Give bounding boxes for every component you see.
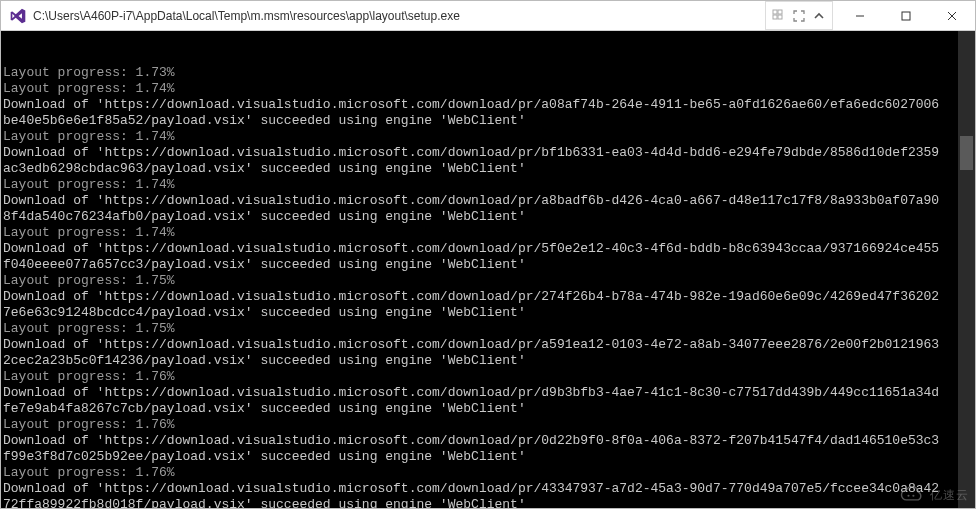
progress-line: Layout progress: 1.74% <box>3 129 975 145</box>
download-line: fe7e9ab4fa8267c7cb/payload.vsix' succeed… <box>3 401 975 417</box>
download-line: f99e3f8d7c025b92ee/payload.vsix' succeed… <box>3 449 975 465</box>
progress-line: Layout progress: 1.73% <box>3 65 975 81</box>
progress-line: Layout progress: 1.75% <box>3 273 975 289</box>
expand-icon[interactable] <box>790 7 808 25</box>
progress-line: Layout progress: 1.74% <box>3 81 975 97</box>
download-line: Download of 'https://download.visualstud… <box>3 433 975 449</box>
svg-point-7 <box>912 495 914 497</box>
svg-rect-5 <box>902 12 910 20</box>
svg-rect-0 <box>773 10 777 14</box>
download-line: f040eeee077a657cc3/payload.vsix' succeed… <box>3 257 975 273</box>
cloud-icon <box>898 486 926 504</box>
titlebar[interactable]: C:\Users\A460P-i7\AppData\Local\Temp\m.m… <box>1 1 975 31</box>
window-controls <box>837 1 975 30</box>
progress-line: Layout progress: 1.76% <box>3 465 975 481</box>
watermark-text: 亿速云 <box>930 487 969 504</box>
close-button[interactable] <box>929 1 975 30</box>
svg-rect-3 <box>778 15 782 19</box>
download-line: 7e6e63c91248bcdcc4/payload.vsix' succeed… <box>3 305 975 321</box>
download-line: Download of 'https://download.visualstud… <box>3 97 975 113</box>
toolbar-extra <box>765 1 833 30</box>
scrollbar-thumb[interactable] <box>960 136 973 170</box>
download-line: 72ffa89922fb8d018f/payload.vsix' succeed… <box>3 497 975 508</box>
maximize-button[interactable] <box>883 1 929 30</box>
download-line: Download of 'https://download.visualstud… <box>3 481 975 497</box>
minimize-button[interactable] <box>837 1 883 30</box>
progress-line: Layout progress: 1.76% <box>3 369 975 385</box>
download-line: Download of 'https://download.visualstud… <box>3 289 975 305</box>
download-line: be40e5b6e6e1f85a52/payload.vsix' succeed… <box>3 113 975 129</box>
visual-studio-icon <box>9 7 27 25</box>
svg-rect-1 <box>778 10 782 14</box>
console-output[interactable]: Layout progress: 1.73%Layout progress: 1… <box>1 31 975 508</box>
download-line: Download of 'https://download.visualstud… <box>3 193 975 209</box>
progress-line: Layout progress: 1.74% <box>3 177 975 193</box>
svg-rect-2 <box>773 15 777 19</box>
download-line: 2cec2a23b5c0f14236/payload.vsix' succeed… <box>3 353 975 369</box>
window-title: C:\Users\A460P-i7\AppData\Local\Temp\m.m… <box>33 9 460 23</box>
progress-line: Layout progress: 1.75% <box>3 321 975 337</box>
download-line: Download of 'https://download.visualstud… <box>3 337 975 353</box>
watermark: 亿速云 <box>898 486 969 504</box>
console-window: C:\Users\A460P-i7\AppData\Local\Temp\m.m… <box>0 0 976 509</box>
download-line: 8f4da540c76234afb0/payload.vsix' succeed… <box>3 209 975 225</box>
progress-line: Layout progress: 1.74% <box>3 225 975 241</box>
download-line: Download of 'https://download.visualstud… <box>3 145 975 161</box>
progress-line: Layout progress: 1.76% <box>3 417 975 433</box>
grid-icon[interactable] <box>770 7 788 25</box>
download-line: ac3edb6298cbdac963/payload.vsix' succeed… <box>3 161 975 177</box>
svg-point-6 <box>907 495 909 497</box>
download-line: Download of 'https://download.visualstud… <box>3 385 975 401</box>
scrollbar-track[interactable] <box>958 31 975 508</box>
chevron-up-icon[interactable] <box>810 7 828 25</box>
download-line: Download of 'https://download.visualstud… <box>3 241 975 257</box>
